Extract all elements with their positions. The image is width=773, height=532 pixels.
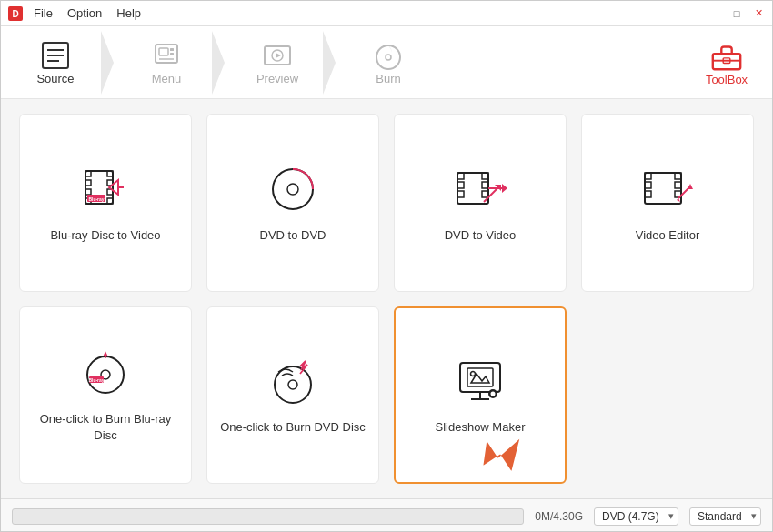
- svg-rect-49: [645, 182, 651, 188]
- svg-rect-50: [645, 191, 651, 197]
- card-label-dvd-to-video: DVD to Video: [445, 227, 517, 244]
- source-icon: [39, 39, 72, 72]
- svg-marker-56: [677, 198, 680, 202]
- card-label-video-editor: Video Editor: [636, 227, 700, 244]
- feature-grid: Blu-ray Blu-ray Disc to Video DVD to DVD: [19, 114, 754, 484]
- svg-marker-15: [276, 53, 281, 58]
- title-bar: D File Option Help – □ ✕: [1, 1, 772, 26]
- toolbar: Source Menu: [1, 26, 772, 99]
- oneclick-burn-bluray-icon: Blu-ray: [78, 346, 133, 400]
- menu-label: Menu: [152, 72, 182, 85]
- quality-select[interactable]: Standard High Low: [689, 507, 761, 526]
- nav-preview[interactable]: Preview: [232, 31, 323, 95]
- svg-point-35: [287, 184, 298, 195]
- disc-select[interactable]: DVD (4.7G) DVD (8.5G) BD-25 BD-50: [594, 507, 678, 526]
- svg-rect-64: [460, 363, 500, 392]
- svg-marker-12: [212, 31, 225, 95]
- svg-rect-10: [170, 53, 174, 55]
- svg-point-68: [471, 372, 476, 376]
- svg-marker-44: [502, 184, 507, 193]
- nav-arrow-1: [101, 31, 121, 95]
- toolbox-icon: [709, 38, 744, 73]
- card-oneclick-burn-bluray[interactable]: Blu-ray One-click to Burn Blu-ray Disc: [19, 306, 192, 485]
- maximize-button[interactable]: □: [730, 7, 743, 20]
- toolbox-label: ToolBox: [706, 73, 748, 86]
- card-label-slideshow-maker: Slideshow Maker: [436, 419, 526, 436]
- dvd-to-video-icon: [453, 162, 507, 216]
- menu-help[interactable]: Help: [116, 6, 141, 20]
- card-dvd-to-dvd[interactable]: DVD to DVD: [206, 114, 379, 292]
- main-content: Blu-ray Blu-ray Disc to Video DVD to DVD: [1, 99, 772, 498]
- arrow-icon-1: [101, 31, 121, 95]
- nav-items: Source Menu: [10, 26, 690, 98]
- svg-point-17: [376, 45, 400, 69]
- svg-text:D: D: [12, 9, 18, 19]
- minimize-button[interactable]: –: [708, 7, 721, 20]
- burn-icon: [372, 39, 405, 72]
- toolbox-button[interactable]: ToolBox: [690, 38, 763, 86]
- app-icon: D: [8, 6, 23, 21]
- title-bar-right: – □ ✕: [708, 7, 765, 20]
- video-editor-icon: [640, 162, 695, 216]
- slideshow-maker-icon: [453, 354, 507, 408]
- svg-point-63: [288, 380, 297, 389]
- burn-label: Burn: [376, 72, 400, 85]
- svg-rect-52: [675, 182, 681, 188]
- preview-icon: [261, 39, 294, 72]
- card-oneclick-burn-dvd[interactable]: One-click to Burn DVD Disc: [206, 306, 379, 485]
- preview-label: Preview: [256, 72, 298, 85]
- svg-rect-39: [457, 191, 464, 197]
- svg-marker-55: [688, 184, 693, 189]
- card-video-editor[interactable]: Video Editor: [581, 114, 754, 292]
- arrow-icon-2: [212, 31, 232, 95]
- svg-rect-38: [457, 182, 464, 188]
- size-info: 0M/4.30G: [535, 510, 583, 523]
- svg-point-70: [491, 392, 496, 396]
- nav-arrow-2: [212, 31, 232, 95]
- progress-bar: [12, 508, 524, 525]
- svg-marker-16: [323, 31, 336, 95]
- card-bluray-to-video[interactable]: Blu-ray Blu-ray Disc to Video: [19, 114, 192, 292]
- menu-file[interactable]: File: [34, 6, 53, 20]
- svg-point-57: [87, 356, 124, 393]
- card-slideshow-maker[interactable]: Slideshow Maker: [394, 306, 567, 485]
- card-dvd-to-video[interactable]: DVD to Video: [394, 114, 567, 292]
- svg-line-45: [484, 187, 498, 202]
- card-label-bluray-to-video: Blu-ray Disc to Video: [50, 227, 160, 244]
- svg-rect-42: [482, 191, 488, 197]
- status-bar: 0M/4.30G DVD (4.7G) DVD (8.5G) BD-25 BD-…: [1, 498, 772, 532]
- nav-source[interactable]: Source: [10, 31, 101, 95]
- card-label-dvd-to-dvd: DVD to DVD: [260, 227, 326, 244]
- oneclick-burn-dvd-icon: [266, 354, 320, 408]
- svg-text:Blu-ray: Blu-ray: [88, 196, 104, 202]
- source-label: Source: [36, 72, 74, 85]
- svg-marker-6: [101, 31, 114, 95]
- nav-menu[interactable]: Menu: [121, 31, 212, 95]
- svg-rect-41: [482, 182, 488, 188]
- close-button[interactable]: ✕: [752, 7, 765, 20]
- menu-bar: File Option Help: [34, 6, 141, 20]
- card-label-oneclick-burn-bluray: One-click to Burn Blu-ray Disc: [27, 411, 184, 444]
- menu-icon: [150, 39, 183, 72]
- quality-select-wrapper[interactable]: Standard High Low: [689, 507, 761, 526]
- title-bar-left: D File Option Help: [8, 6, 141, 21]
- svg-rect-9: [170, 48, 174, 51]
- disc-select-wrapper[interactable]: DVD (4.7G) DVD (8.5G) BD-25 BD-50: [594, 507, 678, 526]
- arrow-icon-3: [323, 31, 343, 95]
- bluray-to-video-icon: Blu-ray: [78, 162, 133, 216]
- svg-rect-67: [467, 368, 493, 386]
- svg-text:Blu-ray: Blu-ray: [88, 377, 104, 383]
- svg-point-18: [386, 55, 391, 60]
- svg-rect-8: [159, 48, 168, 55]
- nav-burn[interactable]: Burn: [343, 31, 434, 95]
- dvd-to-dvd-icon: [266, 162, 320, 216]
- card-label-oneclick-burn-dvd: One-click to Burn DVD Disc: [220, 419, 366, 436]
- menu-option[interactable]: Option: [67, 6, 102, 20]
- nav-arrow-3: [323, 31, 343, 95]
